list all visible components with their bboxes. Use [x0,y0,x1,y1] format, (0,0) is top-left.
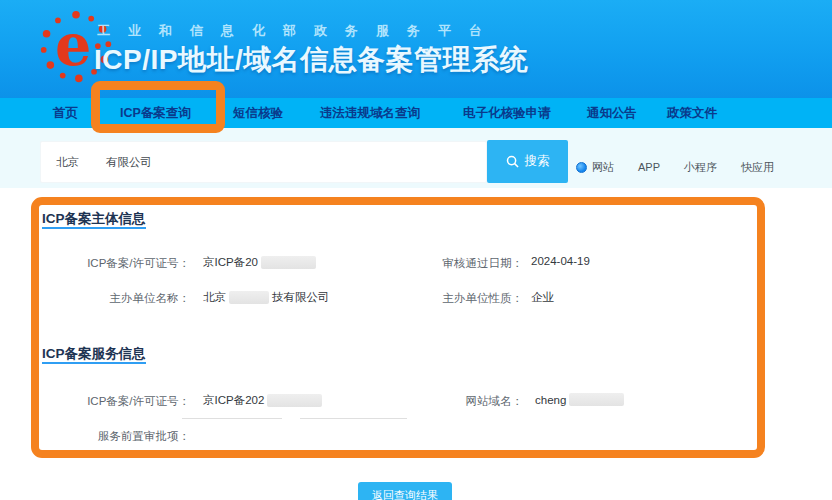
nav-item-policies[interactable]: 政策文件 [667,98,717,128]
subject-section-title: ICP备案主体信息 [42,210,146,228]
nav-bar: 首页 ICP备案查询 短信核验 违法违规域名查询 电子化核验申请 通知公告 政策… [0,98,832,128]
service-title-underline [42,362,146,364]
scope-miniprogram[interactable]: 小程序 [684,160,717,175]
domain-text: cheng [535,394,566,406]
service-license-label: ICP备案/许可证号： [40,394,190,409]
scope-miniprogram-label: 小程序 [684,160,717,175]
scope-quickapp[interactable]: 快应用 [741,160,774,175]
subject-license-value: 京ICP备20 [203,255,319,270]
org-nature-label: 主办单位性质： [393,291,523,306]
search-icon [506,155,519,168]
back-to-results-button[interactable]: 返回查询结果 [358,482,452,500]
approve-date-value: 2024-04-19 [531,255,590,267]
pre-approval-label: 服务前置审批项： [40,429,190,444]
org-name-prefix: 北京 [203,290,226,305]
org-name-suffix: 技有限公司 [272,290,330,305]
nav-item-e-verify[interactable]: 电子化核验申请 [463,98,551,128]
approve-date-label: 审核通过日期： [393,256,523,271]
system-title: ICP/IP地址/域名信息备案管理系统 [94,41,528,79]
icp-beian-query-page: e 工业和信息化部政务服务平台 ICP/IP地址/域名信息备案管理系统 首页 I… [0,0,832,500]
subject-license-label: ICP备案/许可证号： [40,256,190,271]
nav-item-illegal-domains[interactable]: 违法违规域名查询 [320,98,420,128]
header: e 工业和信息化部政务服务平台 ICP/IP地址/域名信息备案管理系统 [0,0,832,98]
service-license-text: 京ICP备202 [203,393,264,408]
svg-text:e: e [55,11,91,78]
scope-app-label: APP [638,161,660,173]
scope-app[interactable]: APP [638,161,660,173]
service-license-value: 京ICP备202 [203,393,325,408]
subject-title-underline [42,227,146,229]
search-button[interactable]: 搜索 [487,140,568,183]
nav-item-sms-verify[interactable]: 短信核验 [233,98,283,128]
search-input[interactable]: 北京 有限公司 [40,141,487,183]
service-section-title: ICP备案服务信息 [42,345,146,363]
search-scope-links: 网站 APP 小程序 快应用 [576,159,774,175]
platform-label: 工业和信息化部政务服务平台 [97,22,657,40]
org-name-value: 北京 技有限公司 [203,290,330,305]
result-detail-panel [0,188,832,500]
org-name-label: 主办单位名称： [40,291,190,306]
scope-website-label: 网站 [592,160,614,175]
subject-license-text: 京ICP备20 [203,255,258,270]
redacted-text [267,394,322,407]
website-globe-icon [576,162,587,173]
redacted-text [229,291,269,304]
domain-label: 网站域名： [393,394,523,409]
divider-line [182,418,282,419]
redacted-text [261,256,316,269]
scope-website[interactable]: 网站 [576,160,614,175]
search-query-suffix: 有限公司 [106,155,152,170]
divider-line [300,418,407,419]
nav-item-notices[interactable]: 通知公告 [587,98,637,128]
org-nature-value: 企业 [531,290,554,305]
domain-value: cheng [535,393,627,406]
redacted-query-text [79,156,106,168]
search-button-label: 搜索 [525,153,550,170]
nav-item-icp-query[interactable]: ICP备案查询 [120,98,191,128]
nav-item-home[interactable]: 首页 [53,98,78,128]
scope-quickapp-label: 快应用 [741,160,774,175]
redacted-text [569,393,624,406]
search-query-prefix: 北京 [56,155,79,170]
